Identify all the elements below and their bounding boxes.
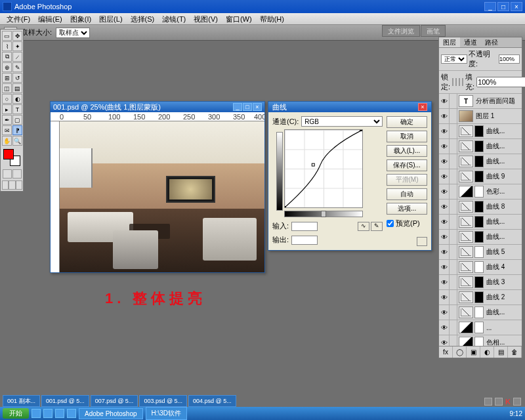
- grid-size-icon[interactable]: [417, 237, 427, 246]
- save-button[interactable]: 保存(S)...: [387, 159, 427, 171]
- doc-maximize[interactable]: □: [243, 103, 252, 111]
- move-tool[interactable]: ✥: [12, 31, 22, 41]
- layer-row[interactable]: 👁色相...: [439, 335, 522, 346]
- close-button[interactable]: ×: [511, 2, 522, 11]
- mask-thumb[interactable]: [474, 306, 484, 318]
- pen-tool[interactable]: ✒: [2, 115, 12, 125]
- delete-layer-icon[interactable]: 🗑: [508, 346, 522, 358]
- doc-tab[interactable]: 001.psd @ 5...: [41, 395, 89, 407]
- link-cell[interactable]: [450, 245, 457, 259]
- zoom-tool[interactable]: 🔍: [12, 136, 22, 146]
- mask-thumb[interactable]: [474, 337, 484, 346]
- type-tool[interactable]: T: [12, 104, 22, 114]
- link-cell[interactable]: [450, 215, 457, 229]
- channel-select[interactable]: RGB: [301, 116, 383, 127]
- menu-image[interactable]: 图象(I): [66, 13, 95, 24]
- link-cell[interactable]: [450, 260, 457, 274]
- visibility-icon[interactable]: 👁: [439, 260, 450, 274]
- doc-tab[interactable]: 001 副本...: [3, 395, 40, 407]
- curves-titlebar[interactable]: 曲线 ×: [268, 102, 431, 112]
- hand-tool[interactable]: ✋: [2, 136, 12, 146]
- standard-mode[interactable]: [3, 169, 12, 178]
- auto-button[interactable]: 自动: [387, 188, 427, 200]
- doc-minimize[interactable]: _: [233, 103, 242, 111]
- slice-tool[interactable]: ⟋: [12, 52, 22, 62]
- gradient-tool[interactable]: ▤: [12, 83, 22, 93]
- layer-thumb[interactable]: [459, 337, 473, 346]
- layer-row[interactable]: 👁曲线 4: [439, 260, 522, 275]
- layer-row[interactable]: 👁...: [439, 320, 522, 335]
- mask-thumb[interactable]: [474, 201, 484, 213]
- smooth-button[interactable]: 平滑(M): [387, 174, 427, 186]
- visibility-icon[interactable]: 👁: [439, 169, 450, 184]
- minimize-button[interactable]: _: [484, 2, 496, 11]
- link-cell[interactable]: [450, 230, 457, 244]
- ok-button[interactable]: 确定: [387, 116, 427, 128]
- link-cell[interactable]: [450, 290, 457, 304]
- layer-row[interactable]: 👁曲线 2: [439, 290, 522, 305]
- menu-filter[interactable]: 滤镜(T): [158, 13, 190, 24]
- link-cell[interactable]: [450, 200, 457, 214]
- notes-tool[interactable]: ✉: [2, 125, 12, 135]
- layer-thumb[interactable]: [459, 231, 473, 243]
- menu-help[interactable]: 帮助(H): [256, 13, 288, 24]
- link-cell[interactable]: [450, 335, 457, 346]
- layer-row[interactable]: 👁曲线...: [439, 124, 522, 139]
- marquee-tool[interactable]: ▭: [2, 31, 12, 41]
- layer-row[interactable]: 👁曲线...: [439, 154, 522, 169]
- brush-tool[interactable]: ✎: [12, 62, 22, 72]
- menu-file[interactable]: 文件(F): [3, 13, 34, 24]
- menu-layer[interactable]: 图层(L): [95, 13, 126, 24]
- visibility-icon[interactable]: 👁: [439, 200, 450, 214]
- visibility-icon[interactable]: 👁: [439, 184, 450, 199]
- visibility-icon[interactable]: 👁: [439, 139, 450, 154]
- layer-thumb[interactable]: [459, 125, 473, 137]
- layer-thumb[interactable]: [459, 201, 473, 213]
- screen-standard[interactable]: [2, 180, 9, 190]
- layer-thumb[interactable]: [459, 110, 473, 122]
- link-cell[interactable]: [450, 184, 457, 199]
- new-set-icon[interactable]: ▣: [467, 346, 480, 358]
- mask-thumb[interactable]: [474, 276, 484, 288]
- tab-paths[interactable]: 路径: [481, 37, 502, 47]
- screen-full-menu[interactable]: [9, 180, 15, 190]
- document-canvas[interactable]: [60, 121, 264, 272]
- ruler-horizontal[interactable]: 050100150200250300350400: [51, 112, 264, 121]
- layer-thumb[interactable]: [459, 140, 473, 152]
- layer-row[interactable]: 👁曲线 9: [439, 169, 522, 184]
- eraser-tool[interactable]: ◫: [2, 83, 12, 93]
- tray-icon[interactable]: [484, 398, 492, 406]
- tab-channels[interactable]: 通道: [460, 37, 481, 47]
- mask-thumb[interactable]: [474, 216, 484, 228]
- mask-thumb[interactable]: [474, 171, 484, 182]
- curves-close-button[interactable]: ×: [418, 103, 427, 111]
- pencil-mode-icon[interactable]: ✎: [371, 222, 383, 231]
- layer-thumb[interactable]: [459, 291, 473, 303]
- history-brush-tool[interactable]: ↺: [12, 73, 22, 83]
- blend-mode-select[interactable]: 正常: [441, 54, 467, 64]
- heal-tool[interactable]: ⊕: [2, 62, 12, 72]
- mask-thumb[interactable]: [474, 322, 484, 333]
- lock-transparency-icon[interactable]: [452, 78, 453, 86]
- doc-tab[interactable]: 004.psd @ 5...: [188, 395, 236, 407]
- layer-row[interactable]: 👁曲线 8: [439, 200, 522, 215]
- screen-full[interactable]: [16, 180, 22, 190]
- mask-thumb[interactable]: [474, 291, 484, 303]
- tray-icon[interactable]: [513, 398, 521, 406]
- tab-filebrowser[interactable]: 文件浏览: [382, 25, 420, 37]
- mask-thumb[interactable]: [474, 140, 484, 152]
- document-titlebar[interactable]: 001.psd @ 25%(曲线 1,图层蒙版) _□×: [51, 102, 264, 112]
- options-button[interactable]: 选项...: [387, 203, 427, 215]
- tray-icon[interactable]: [495, 398, 503, 406]
- doc-tab[interactable]: 003.psd @ 5...: [139, 395, 187, 407]
- mask-thumb[interactable]: [474, 125, 484, 137]
- shape-tool[interactable]: ▢: [12, 115, 22, 125]
- menu-edit[interactable]: 编辑(E): [34, 13, 66, 24]
- link-cell[interactable]: [450, 320, 457, 335]
- visibility-icon[interactable]: 👁: [439, 290, 450, 304]
- visibility-icon[interactable]: 👁: [439, 215, 450, 229]
- visibility-icon[interactable]: 👁: [439, 305, 450, 320]
- visibility-icon[interactable]: 👁: [439, 124, 450, 138]
- stamp-tool[interactable]: ⊞: [2, 73, 12, 83]
- layer-thumb[interactable]: [459, 186, 473, 198]
